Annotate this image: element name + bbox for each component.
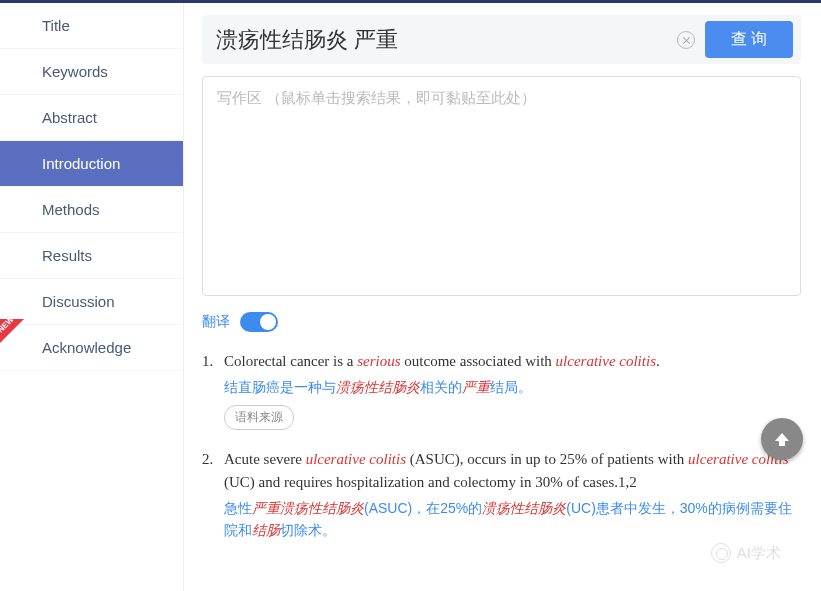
translate-toggle[interactable] (240, 312, 278, 332)
result-english: Acute severe ulcerative colitis (ASUC), … (224, 448, 801, 495)
nav-acknowledge[interactable]: NEW Acknowledge (0, 325, 183, 371)
nav-abstract[interactable]: Abstract (0, 95, 183, 141)
result-english: Colorectal cancer is a serious outcome a… (224, 350, 801, 373)
translate-row: 翻译 (202, 312, 801, 332)
writing-area[interactable]: 写作区 （鼠标单击搜索结果，即可黏贴至此处） (202, 76, 801, 296)
translate-label: 翻译 (202, 313, 230, 331)
nav-introduction[interactable]: Introduction (0, 141, 183, 187)
search-result[interactable]: 2. Acute severe ulcerative colitis (ASUC… (202, 448, 801, 542)
search-button[interactable]: 查 询 (705, 21, 793, 58)
nav-acknowledge-label: Acknowledge (42, 339, 131, 356)
nav-methods[interactable]: Methods (0, 187, 183, 233)
result-number: 1. (202, 350, 224, 430)
new-badge-icon: NEW (0, 319, 36, 361)
main-panel: 查 询 写作区 （鼠标单击搜索结果，即可黏贴至此处） 翻译 1. Colorec… (184, 3, 821, 591)
result-body: Acute severe ulcerative colitis (ASUC), … (224, 448, 801, 542)
search-input[interactable] (210, 23, 667, 57)
sidebar: Title Keywords Abstract Introduction Met… (0, 3, 184, 591)
nav-keywords[interactable]: Keywords (0, 49, 183, 95)
arrow-up-icon (771, 428, 793, 450)
main-layout: Title Keywords Abstract Introduction Met… (0, 3, 821, 591)
nav-results[interactable]: Results (0, 233, 183, 279)
result-number: 2. (202, 448, 224, 542)
result-chinese: 急性严重溃疡性结肠炎(ASUC)，在25%的溃疡性结肠炎(UC)患者中发生，30… (224, 498, 801, 541)
search-bar: 查 询 (202, 15, 801, 64)
clear-icon[interactable] (677, 31, 695, 49)
result-body: Colorectal cancer is a serious outcome a… (224, 350, 801, 430)
source-tag[interactable]: 语料来源 (224, 405, 294, 430)
result-chinese: 结直肠癌是一种与溃疡性结肠炎相关的严重结局。 (224, 377, 801, 399)
scroll-top-button[interactable] (761, 418, 803, 460)
nav-title[interactable]: Title (0, 3, 183, 49)
nav-discussion[interactable]: Discussion (0, 279, 183, 325)
search-result[interactable]: 1. Colorectal cancer is a serious outcom… (202, 350, 801, 430)
